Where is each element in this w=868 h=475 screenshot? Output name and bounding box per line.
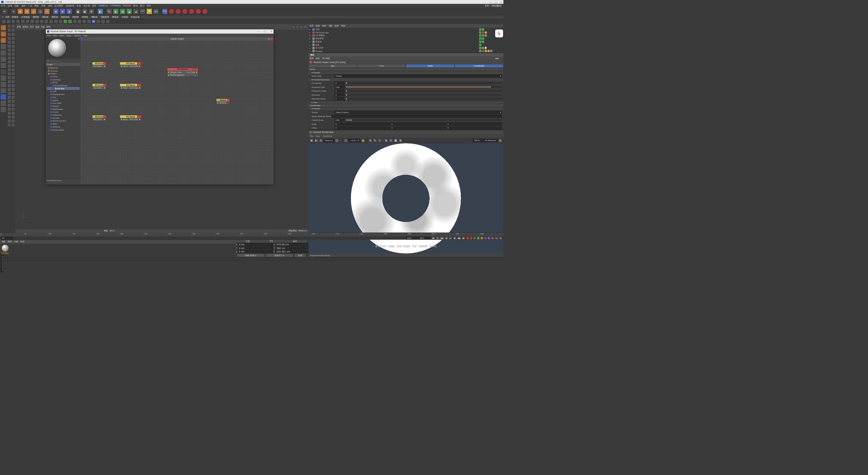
field-select[interactable]: 随机域 [91,16,98,19]
qr-tool-icon[interactable]: QR [92,19,96,23]
prev-frame-icon[interactable]: ◀ [445,236,448,240]
aov-select[interactable]: Beauty ▾ [324,139,334,142]
field-select[interactable]: 立方体域 [20,16,30,19]
tool-swatch[interactable] [7,44,11,48]
tool-swatch[interactable] [12,76,15,79]
maximize-button[interactable]: ☐ [495,1,497,3]
size-input[interactable] [276,247,311,249]
tl-opt-icon[interactable]: ⎄ [499,236,502,240]
menu-item[interactable]: 运动图形 [55,4,63,7]
object-tag-icon[interactable] [482,50,484,52]
menu-item[interactable]: 体积 [48,4,53,7]
tree-item[interactable]: Round Corners [46,119,79,122]
object-row[interactable]: ▸球体域 [309,40,503,43]
om-tab[interactable]: 对象 [329,24,333,27]
tool-swatch[interactable] [12,40,15,44]
field-select[interactable]: 圆柱域 [41,16,49,19]
node-rsnoise[interactable]: RS Noise Out Color [92,62,106,68]
apply-button[interactable]: 应用 [294,254,306,257]
tool-swatch[interactable] [7,123,11,127]
output-port[interactable] [139,87,140,89]
node-rsnoise[interactable]: RS Noise Out Color [92,84,106,90]
object-tag-icon[interactable] [482,37,484,40]
tool-swatch[interactable] [7,108,11,111]
tool-icon[interactable] [12,19,16,23]
tool-swatch[interactable] [12,88,15,91]
menu-item[interactable]: 工具 [28,4,32,7]
tool-icon[interactable] [106,19,110,23]
tool-icon[interactable] [35,19,39,23]
input-port[interactable] [121,65,122,67]
tree-item[interactable]: Displacement [46,93,79,96]
tree-item[interactable]: Bump [46,81,79,84]
enable-axis-icon[interactable] [0,75,6,81]
field-select[interactable]: 圆环域 [32,16,40,19]
noise-type-select[interactable]: Fractal▾ [335,75,502,77]
render-region-icon[interactable]: ▦ [82,8,87,14]
vp-tab[interactable]: 面板 [46,25,51,28]
tool-swatch[interactable] [12,72,15,75]
snap-icon[interactable] [0,94,6,100]
tool-swatch[interactable] [12,119,15,122]
object-row[interactable]: ▸着色器域 [309,37,503,40]
field-select[interactable]: 胶囊域 [51,16,59,19]
tool-swatch[interactable] [12,103,15,107]
tool-icon[interactable] [101,19,105,23]
tree-item[interactable]: Attributes [46,78,79,81]
tree-item[interactable]: MultiShader [46,108,79,111]
search-icon[interactable] [494,25,496,27]
object-tag-icon[interactable] [485,50,487,52]
object-tag-icon[interactable] [479,44,481,46]
tool-swatch[interactable] [7,80,11,83]
object-row[interactable]: ▸RS Dome Light [309,31,503,34]
move-tool-icon[interactable]: ✥ [18,8,23,14]
goto-start-icon[interactable]: ⏮ [432,236,435,240]
fwd-icon[interactable]: ▶ [497,57,499,60]
eye-icon[interactable] [500,25,502,27]
lastused-tool-icon[interactable]: ◇ [38,8,43,14]
tool-swatch[interactable] [7,28,11,32]
node-rsnoise[interactable]: RS Noise Out Color [92,115,106,121]
menu-item[interactable]: 选择 [21,4,26,7]
vertex-attr-input[interactable] [332,115,502,117]
vp-tab[interactable]: 摄像机 [22,25,28,28]
scale-dot-icon[interactable] [480,236,483,240]
vp-nav-icon[interactable] [292,25,295,28]
light-icon[interactable]: 💡 [146,8,152,14]
tool-swatch[interactable] [7,24,11,28]
tree-item[interactable]: C4D [46,90,79,93]
tl-opt-icon[interactable]: ⎄ [491,236,494,240]
tree-item[interactable]: Fresnel [46,105,79,108]
attr-tab-coords[interactable]: Coordinates [455,64,504,68]
fit-select[interactable]: Fit Window ▾ [484,139,497,142]
x-axis-icon[interactable]: X [53,8,59,14]
section-general[interactable]: ▾ General [308,71,503,74]
tool-swatch[interactable] [7,56,11,60]
close-button[interactable]: ✕ [271,30,272,33]
render-icon[interactable]: ▣ [75,8,81,14]
pos-input[interactable] [238,243,273,246]
object-tag-icon[interactable] [482,47,484,49]
rv-menu[interactable]: View [316,135,320,137]
back-icon[interactable]: ◀ [495,57,497,60]
field-select[interactable]: 着色器域 [100,16,110,19]
search-icon[interactable] [47,59,49,62]
tree-item[interactable]: User Data [46,102,79,105]
prev-key-icon[interactable]: ◀◀ [440,236,443,240]
tree-item[interactable]: State [46,122,79,126]
tool-icon[interactable] [2,19,6,23]
tool-swatch[interactable] [12,123,15,127]
offset-x-input[interactable] [335,127,390,129]
grip-icon[interactable] [310,131,312,133]
tool-swatch[interactable] [12,56,15,60]
tool-swatch[interactable] [12,49,15,52]
tool-swatch[interactable] [12,37,15,40]
tree-item[interactable]: Textures [46,69,79,72]
param-slider[interactable] [346,87,502,87]
tool-icon[interactable] [63,19,67,23]
param-input[interactable] [335,97,344,100]
tool-icon[interactable] [96,19,100,23]
om-tab[interactable]: 查看 [322,24,326,27]
object-tag-icon[interactable] [479,47,481,49]
tool-icon[interactable] [87,19,91,23]
